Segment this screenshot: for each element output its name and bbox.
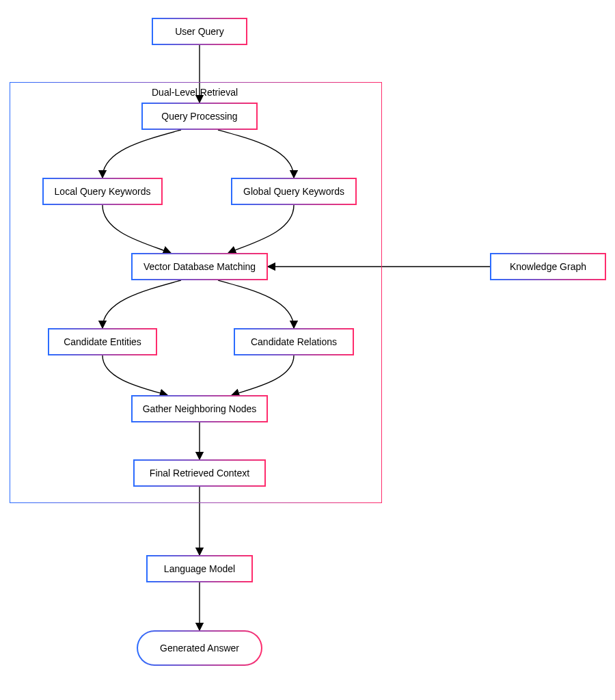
node-global-keywords: Global Query Keywords [231, 178, 357, 205]
node-local-keywords: Local Query Keywords [42, 178, 163, 205]
container-label: Dual-Level Retrieval [152, 87, 238, 98]
node-user-query: User Query [152, 18, 247, 45]
node-language-model: Language Model [146, 555, 253, 582]
node-candidate-entities: Candidate Entities [48, 328, 157, 355]
node-gather-nodes: Gather Neighboring Nodes [131, 395, 268, 422]
container-dual-level-retrieval [10, 82, 382, 503]
node-final-context: Final Retrieved Context [133, 459, 266, 487]
node-vector-matching: Vector Database Matching [131, 253, 268, 280]
node-query-processing: Query Processing [141, 103, 258, 130]
node-knowledge-graph: Knowledge Graph [490, 253, 606, 280]
node-generated-answer: Generated Answer [137, 630, 262, 666]
node-candidate-relations: Candidate Relations [234, 328, 354, 355]
diagram-canvas: Dual-Level Retrieval User Query Query Pr… [0, 0, 615, 700]
